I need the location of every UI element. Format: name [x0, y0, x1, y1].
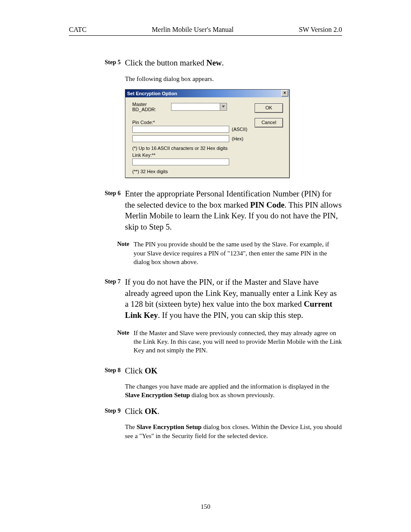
- text: . If you have the PIN, you can skip this…: [158, 311, 303, 320]
- text: The Slave Encryption Setup dialog box cl…: [125, 423, 342, 440]
- close-icon[interactable]: ×: [281, 90, 288, 96]
- page-number: 150: [0, 503, 411, 510]
- pin-hex-input[interactable]: [132, 135, 229, 142]
- document-page: CATC Merlin Mobile User's Manual SW Vers…: [0, 0, 411, 532]
- text-bold: PIN Code: [250, 200, 285, 209]
- text: .: [157, 407, 159, 416]
- svg-marker-0: [222, 106, 225, 108]
- dialog-titlebar: Set Encryption Option ×: [125, 90, 289, 97]
- text: The following dialog box appears.: [125, 75, 342, 83]
- text: Click: [125, 407, 145, 416]
- text: dialog box as shown previously.: [190, 392, 275, 398]
- note-body: If the Master and Slave were previously …: [134, 329, 342, 355]
- note-step-7: Note If the Master and Slave were previo…: [103, 329, 342, 355]
- text-bold: OK: [145, 407, 158, 416]
- step-body: Enter the appropriate Personal Identific…: [125, 188, 342, 233]
- step-5: Step 5 Click the button marked New.: [95, 57, 342, 68]
- step-body: Click OK.: [125, 406, 342, 417]
- text-bold: Slave Encryption Setup: [137, 423, 202, 430]
- step-8: Step 8 Click OK: [95, 365, 342, 376]
- ok-button[interactable]: OK: [255, 103, 283, 113]
- link-key-hint: (**) 32 Hex digits: [132, 169, 284, 174]
- cancel-button[interactable]: Cancel: [255, 118, 283, 128]
- text: .: [222, 58, 224, 67]
- step-6: Step 6 Enter the appropriate Personal Id…: [95, 188, 342, 233]
- text: The changes you have made are applied an…: [125, 382, 342, 400]
- step-label: Step 6: [95, 188, 125, 233]
- step-label: Step 8: [95, 365, 125, 376]
- header-center: Merlin Mobile User's Manual: [152, 26, 234, 34]
- step-body: Click OK: [125, 365, 342, 376]
- step-label: Step 9: [95, 406, 125, 417]
- text: Click the button marked: [125, 58, 206, 67]
- text-bold: OK: [145, 366, 158, 375]
- set-encryption-option-dialog: Set Encryption Option × OK Cancel Master…: [125, 89, 290, 178]
- step-5-followup: The following dialog box appears.: [95, 75, 342, 83]
- combo-field[interactable]: [171, 103, 220, 111]
- text: Click: [125, 366, 145, 375]
- pin-ascii-input[interactable]: [132, 126, 229, 133]
- ascii-suffix: (ASCII): [232, 127, 247, 132]
- step-body: If you do not have the PIN, or if the Ma…: [125, 277, 342, 321]
- link-key-input[interactable]: [132, 159, 229, 165]
- text-bold: Slave Encryption Setup: [125, 392, 190, 398]
- header-left: CATC: [69, 26, 87, 34]
- note-label: Note: [103, 240, 134, 266]
- text: The: [125, 423, 137, 430]
- master-bd-addr-label: Master BD_ADDR:: [132, 102, 171, 112]
- note-body: The PIN you provide should be the same u…: [134, 240, 342, 266]
- step-body: Click the button marked New.: [125, 57, 342, 68]
- step-9-followup: The Slave Encryption Setup dialog box cl…: [95, 423, 342, 440]
- hex-suffix: (Hex): [232, 136, 243, 141]
- running-header: CATC Merlin Mobile User's Manual SW Vers…: [69, 26, 342, 36]
- step-9: Step 9 Click OK.: [95, 406, 342, 417]
- step-label: Step 7: [95, 277, 125, 321]
- page-content: Step 5 Click the button marked New. The …: [95, 57, 342, 440]
- master-bd-addr-combo[interactable]: [171, 103, 227, 111]
- header-right: SW Version 2.0: [299, 26, 342, 34]
- text: The changes you have made are applied an…: [125, 383, 329, 390]
- link-key-section: Link Key:** (**) 32 Hex digits: [132, 152, 284, 174]
- link-key-label: Link Key:**: [132, 152, 284, 158]
- note-step-6: Note The PIN you provide should be the s…: [103, 240, 342, 266]
- pin-hint: (*) Up to 16 ASCII characters or 32 Hex …: [132, 146, 284, 151]
- step-label: Step 5: [95, 57, 125, 68]
- step-7: Step 7 If you do not have the PIN, or if…: [95, 277, 342, 321]
- note-label: Note: [103, 329, 134, 355]
- chevron-down-icon[interactable]: [220, 103, 227, 111]
- dialog-title: Set Encryption Option: [127, 91, 281, 96]
- text-bold: New: [206, 58, 222, 67]
- step-8-followup: The changes you have made are applied an…: [95, 382, 342, 400]
- dialog-body: OK Cancel Master BD_ADDR: Pin Code:*: [125, 97, 289, 177]
